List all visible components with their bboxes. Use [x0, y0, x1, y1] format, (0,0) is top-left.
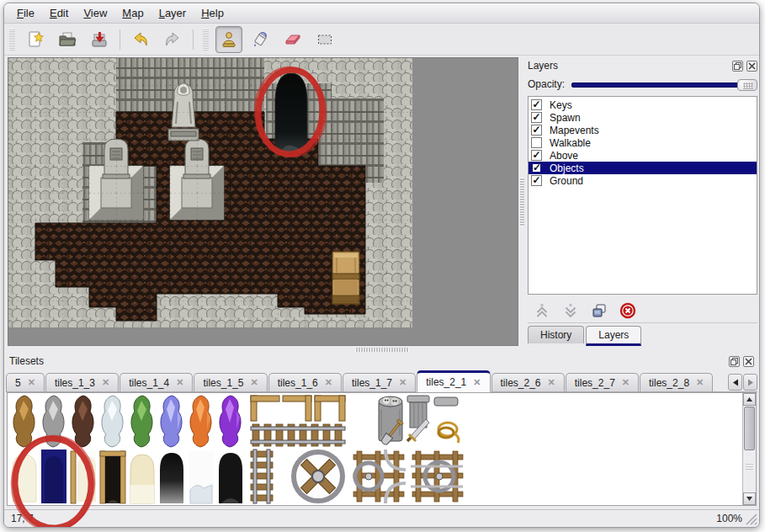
doorway-white-tile[interactable] — [71, 451, 96, 503]
zoom-level: 100% — [716, 513, 742, 524]
checkbox-checked[interactable]: ✓ — [531, 162, 542, 173]
chevron-down-icon — [562, 302, 579, 319]
close-tab-icon[interactable]: ✕ — [548, 377, 555, 388]
new-file-button[interactable] — [22, 26, 49, 53]
horizontal-splitter[interactable] — [4, 346, 759, 354]
tileset-tab-5[interactable]: 5✕ — [6, 373, 45, 391]
scrollbar-thumb[interactable] — [744, 407, 755, 450]
door-frame-tiles[interactable] — [251, 396, 345, 421]
tileset-tab-tiles_1_5[interactable]: tiles_1_5✕ — [194, 373, 267, 391]
menu-edit[interactable]: Edit — [42, 4, 76, 22]
arch-black-top-tile[interactable] — [160, 453, 183, 503]
menu-layer[interactable]: Layer — [151, 4, 194, 22]
close-tab-icon[interactable]: ✕ — [622, 377, 630, 388]
rect-select-tool-button[interactable] — [311, 26, 338, 53]
rope-coil-tile[interactable] — [438, 423, 459, 443]
toolbar-separator — [120, 29, 120, 50]
map-canvas[interactable] — [8, 58, 413, 328]
layers-panel-titlebar: Layers — [526, 57, 759, 74]
vertical-splitter[interactable] — [518, 57, 526, 346]
tileset-tab-tiles_2_8[interactable]: tiles_2_8✕ — [640, 373, 713, 391]
opacity-slider-track[interactable] — [571, 82, 754, 88]
layer-row-walkable[interactable]: Walkable — [529, 136, 757, 149]
opacity-slider[interactable] — [571, 78, 757, 91]
rail-horizontal-tile[interactable] — [251, 424, 345, 446]
checkbox-unchecked[interactable] — [531, 137, 542, 148]
save-file-button[interactable] — [86, 26, 113, 53]
tileset-tab-tiles_2_6[interactable]: tiles_2_6✕ — [491, 373, 565, 391]
move-layer-up-button[interactable] — [531, 301, 553, 321]
checkbox-checked[interactable]: ✓ — [531, 112, 542, 123]
opacity-slider-handle[interactable] — [737, 79, 757, 91]
stone-beam-tile[interactable] — [434, 397, 458, 406]
open-file-button[interactable] — [54, 26, 81, 53]
rail-turntable-tile[interactable] — [290, 448, 347, 505]
layer-row-ground[interactable]: ✓Ground — [529, 174, 757, 187]
menu-help[interactable]: Help — [194, 4, 231, 22]
dock-tab-layers[interactable]: Layers — [586, 326, 641, 346]
toolbar-drag-handle[interactable] — [9, 29, 15, 51]
tileset-tab-tiles_2_7[interactable]: tiles_2_7✕ — [566, 373, 639, 391]
float-panel-icon[interactable] — [732, 61, 743, 72]
scrollbar-down-button[interactable] — [743, 492, 756, 505]
duplicate-layer-button[interactable] — [588, 301, 610, 321]
float-panel-icon[interactable] — [729, 356, 740, 367]
stamp-tool-button[interactable] — [215, 26, 242, 53]
resize-grip[interactable] — [746, 513, 757, 525]
close-tab-icon[interactable]: ✕ — [696, 377, 704, 388]
rock-formations[interactable] — [13, 396, 241, 447]
checkbox-checked[interactable]: ✓ — [531, 175, 542, 186]
scroll-tabs-right-button[interactable] — [743, 374, 757, 391]
eraser-tool-button[interactable] — [279, 26, 306, 53]
rail-vertical-tile[interactable] — [251, 450, 273, 503]
undo-button[interactable] — [127, 26, 154, 53]
redo-button[interactable] — [159, 26, 186, 53]
fill-tool-button[interactable] — [247, 26, 274, 53]
close-tab-icon[interactable]: ✕ — [250, 377, 258, 388]
close-panel-icon[interactable] — [746, 61, 757, 72]
close-tab-icon[interactable]: ✕ — [28, 377, 35, 388]
close-tab-icon[interactable]: ✕ — [473, 377, 481, 388]
close-tab-icon[interactable]: ✕ — [102, 377, 109, 388]
close-tab-icon[interactable]: ✕ — [325, 377, 332, 388]
arch-ghost-tile[interactable] — [13, 455, 36, 502]
tileset-tab-tiles_1_3[interactable]: tiles_1_3✕ — [45, 373, 119, 391]
menu-view[interactable]: View — [76, 4, 114, 22]
tileset-tiles[interactable] — [8, 394, 732, 505]
layer-row-mapevents[interactable]: ✓Mapevents — [529, 124, 757, 136]
tileset-scrollbar[interactable] — [742, 393, 756, 505]
menu-map[interactable]: Map — [114, 4, 151, 22]
snow-tile[interactable] — [189, 451, 214, 503]
checkbox-checked[interactable]: ✓ — [531, 150, 542, 161]
tileset-tab-tiles_1_7[interactable]: tiles_1_7✕ — [343, 373, 416, 391]
layer-row-keys[interactable]: ✓Keys — [529, 98, 757, 111]
dock-tab-history[interactable]: History — [528, 326, 584, 343]
move-layer-down-button[interactable] — [560, 301, 582, 321]
checkbox-checked[interactable]: ✓ — [531, 125, 542, 136]
tileset-tab-tiles_1_6[interactable]: tiles_1_6✕ — [268, 373, 342, 391]
tileset-content[interactable] — [7, 392, 757, 506]
tileset-tab-tiles_1_4[interactable]: tiles_1_4✕ — [120, 373, 193, 391]
rail-curves-tile[interactable] — [411, 451, 463, 502]
map-canvas-viewport[interactable] — [8, 57, 518, 346]
scroll-tabs-left-button[interactable] — [728, 374, 742, 391]
layer-row-objects[interactable]: ✓Objects — [529, 162, 757, 174]
checkbox-checked[interactable]: ✓ — [531, 99, 542, 110]
delete-layer-button[interactable] — [617, 301, 639, 321]
toolbar-drag-handle[interactable] — [203, 29, 209, 51]
scrollbar-up-button[interactable] — [743, 393, 756, 406]
close-tab-icon[interactable]: ✕ — [176, 377, 183, 388]
cave-tile-navy-selected[interactable] — [41, 450, 66, 503]
eraser-tool-icon — [283, 29, 303, 50]
arch-black-tile[interactable] — [219, 453, 242, 503]
arch-cream-tile[interactable] — [130, 455, 154, 503]
layer-row-spawn[interactable]: ✓Spawn — [529, 111, 757, 124]
close-panel-icon[interactable] — [743, 356, 754, 367]
tileset-tab-tiles_2_1[interactable]: tiles_2_1✕ — [417, 370, 490, 392]
doorway-dark-tile[interactable] — [100, 451, 125, 503]
close-tab-icon[interactable]: ✕ — [399, 377, 406, 388]
menu-file[interactable]: File — [9, 4, 42, 22]
opacity-label: Opacity: — [528, 78, 565, 90]
rail-junction-tile[interactable] — [353, 450, 406, 503]
layer-row-above[interactable]: ✓Above — [529, 149, 757, 162]
